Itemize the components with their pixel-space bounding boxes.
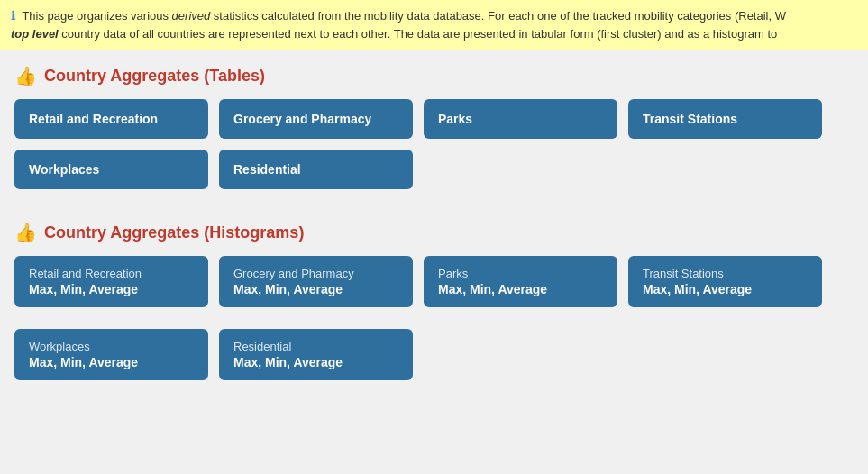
table-btn-parks[interactable]: Parks — [424, 99, 617, 139]
hist-btn-transit-sublabel: Max, Min, Average — [643, 282, 808, 296]
info-text: This page organizes various derived stat… — [11, 9, 786, 41]
tables-button-grid-row2: Workplaces Residential — [14, 150, 854, 189]
hist-btn-retail-label: Retail and Recreation — [29, 267, 194, 280]
hist-btn-grocery[interactable]: Grocery and Pharmacy Max, Min, Average — [219, 256, 413, 307]
hist-btn-retail-sublabel: Max, Min, Average — [29, 282, 194, 296]
table-btn-residential[interactable]: Residential — [219, 150, 413, 189]
histograms-section-title: 👍 Country Aggregates (Histograms) — [14, 222, 854, 243]
info-banner: ℹ This page organizes various derived st… — [0, 0, 868, 50]
main-content: 👍 Country Aggregates (Tables) Retail and… — [0, 50, 868, 406]
histograms-section: 👍 Country Aggregates (Histograms) Retail… — [14, 222, 854, 380]
table-btn-workplaces[interactable]: Workplaces — [14, 150, 208, 189]
table-btn-transit[interactable]: Transit Stations — [628, 99, 822, 139]
hist-btn-grocery-sublabel: Max, Min, Average — [233, 282, 398, 296]
hist-btn-transit[interactable]: Transit Stations Max, Min, Average — [628, 256, 822, 307]
table-btn-grocery[interactable]: Grocery and Pharmacy — [219, 99, 413, 139]
grid-gap — [14, 318, 854, 329]
tables-button-grid: Retail and Recreation Grocery and Pharma… — [14, 99, 854, 139]
histograms-button-grid-row1: Retail and Recreation Max, Min, Average … — [14, 256, 854, 307]
hist-btn-transit-label: Transit Stations — [643, 267, 808, 280]
thumbs-up-icon: 👍 — [14, 65, 37, 87]
histograms-button-grid-row2: Workplaces Max, Min, Average Residential… — [14, 329, 854, 380]
hist-btn-workplaces-sublabel: Max, Min, Average — [29, 355, 194, 369]
hist-btn-residential-label: Residential — [233, 340, 398, 353]
hist-btn-parks-sublabel: Max, Min, Average — [438, 282, 603, 296]
hist-btn-residential-sublabel: Max, Min, Average — [233, 355, 398, 369]
hist-btn-parks[interactable]: Parks Max, Min, Average — [424, 256, 617, 307]
hist-btn-retail[interactable]: Retail and Recreation Max, Min, Average — [14, 256, 208, 307]
tables-section-title: 👍 Country Aggregates (Tables) — [14, 65, 854, 87]
hist-btn-workplaces[interactable]: Workplaces Max, Min, Average — [14, 329, 208, 380]
hist-btn-workplaces-label: Workplaces — [29, 340, 194, 353]
section-divider — [14, 207, 854, 222]
hist-btn-parks-label: Parks — [438, 267, 603, 280]
info-icon: ℹ — [11, 9, 15, 23]
hist-btn-grocery-label: Grocery and Pharmacy — [233, 267, 398, 280]
hist-btn-residential[interactable]: Residential Max, Min, Average — [219, 329, 413, 380]
thumbs-up-icon-2: 👍 — [14, 222, 37, 243]
tables-section: 👍 Country Aggregates (Tables) Retail and… — [14, 65, 854, 189]
table-btn-retail[interactable]: Retail and Recreation — [14, 99, 208, 139]
